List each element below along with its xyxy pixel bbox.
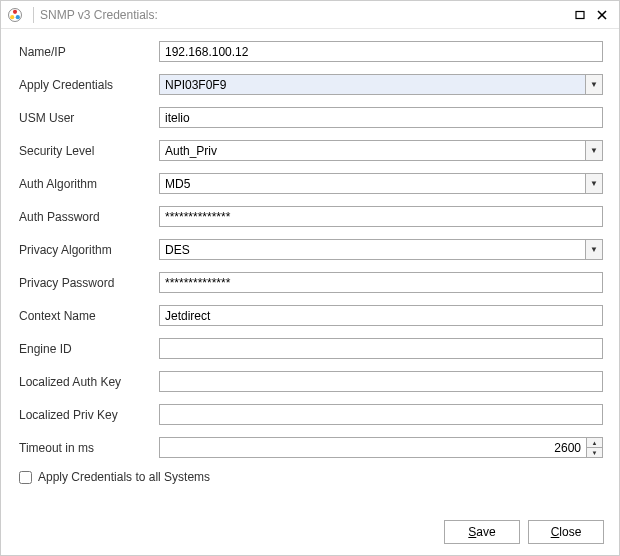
close-button[interactable] <box>591 5 613 25</box>
svg-point-3 <box>16 15 20 19</box>
chevron-down-icon[interactable]: ▼ <box>585 75 602 94</box>
titlebar: SNMP v3 Credentials: <box>1 1 619 29</box>
spinner-down-icon[interactable]: ▼ <box>587 448 602 457</box>
security-level-label: Security Level <box>19 144 159 158</box>
localized-auth-key-input[interactable] <box>159 371 603 392</box>
timeout-input[interactable] <box>160 438 586 457</box>
svg-point-1 <box>13 9 17 13</box>
context-name-input[interactable] <box>159 305 603 326</box>
privacy-password-label: Privacy Password <box>19 276 159 290</box>
svg-point-2 <box>10 15 14 19</box>
name-ip-input[interactable] <box>159 41 603 62</box>
localized-auth-key-label: Localized Auth Key <box>19 375 159 389</box>
save-button-rest: ave <box>476 525 495 539</box>
dialog-footer: Save Close <box>444 520 604 544</box>
privacy-algorithm-label: Privacy Algorithm <box>19 243 159 257</box>
titlebar-divider <box>33 7 34 23</box>
name-ip-label: Name/IP <box>19 45 159 59</box>
usm-user-input[interactable] <box>159 107 603 128</box>
apply-all-checkbox[interactable] <box>19 471 32 484</box>
timeout-spinner[interactable]: ▲ ▼ <box>159 437 603 458</box>
chevron-down-icon[interactable]: ▼ <box>585 141 602 160</box>
auth-password-input[interactable] <box>159 206 603 227</box>
privacy-algorithm-input[interactable] <box>160 240 585 259</box>
auth-algorithm-input[interactable] <box>160 174 585 193</box>
usm-user-label: USM User <box>19 111 159 125</box>
window-title: SNMP v3 Credentials: <box>40 8 569 22</box>
close-button-rest: lose <box>559 525 581 539</box>
spinner-up-icon[interactable]: ▲ <box>587 438 602 448</box>
auth-password-label: Auth Password <box>19 210 159 224</box>
apply-credentials-input[interactable] <box>160 75 585 94</box>
chevron-down-icon[interactable]: ▼ <box>585 174 602 193</box>
svg-rect-4 <box>576 11 584 18</box>
localized-priv-key-input[interactable] <box>159 404 603 425</box>
privacy-password-input[interactable] <box>159 272 603 293</box>
engine-id-input[interactable] <box>159 338 603 359</box>
engine-id-label: Engine ID <box>19 342 159 356</box>
apply-credentials-combo[interactable]: ▼ <box>159 74 603 95</box>
close-dialog-button[interactable]: Close <box>528 520 604 544</box>
apply-credentials-label: Apply Credentials <box>19 78 159 92</box>
credentials-form: Name/IP Apply Credentials ▼ USM User Sec… <box>1 29 619 494</box>
auth-algorithm-label: Auth Algorithm <box>19 177 159 191</box>
privacy-algorithm-combo[interactable]: ▼ <box>159 239 603 260</box>
context-name-label: Context Name <box>19 309 159 323</box>
security-level-input[interactable] <box>160 141 585 160</box>
save-button[interactable]: Save <box>444 520 520 544</box>
timeout-label: Timeout in ms <box>19 441 159 455</box>
localized-priv-key-label: Localized Priv Key <box>19 408 159 422</box>
app-icon <box>7 7 23 23</box>
security-level-combo[interactable]: ▼ <box>159 140 603 161</box>
auth-algorithm-combo[interactable]: ▼ <box>159 173 603 194</box>
maximize-button[interactable] <box>569 5 591 25</box>
chevron-down-icon[interactable]: ▼ <box>585 240 602 259</box>
apply-all-label: Apply Credentials to all Systems <box>38 470 210 484</box>
